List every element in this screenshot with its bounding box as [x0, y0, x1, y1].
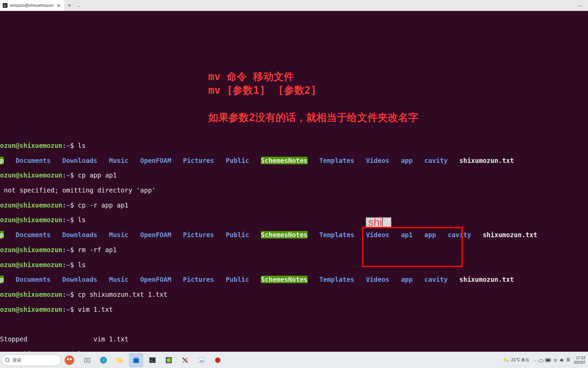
weather-icon [502, 356, 510, 364]
command-rm: rm -rf ap1 [78, 246, 117, 254]
minimize-button[interactable]: — [572, 0, 588, 11]
svg-point-25 [505, 359, 509, 362]
terminal-content[interactable]: ozun@shixuemozun:~$ ls p Documents Downl… [0, 11, 588, 352]
taskbar-search[interactable]: 搜索 [1, 354, 61, 366]
terminal-icon[interactable]: >_ [145, 353, 160, 367]
schemes-notes-dir: SchemesNotes [261, 157, 308, 164]
ime-indicator[interactable]: 英 [566, 357, 570, 363]
image-viewer-icon[interactable] [194, 353, 209, 367]
prompt-user: ozun@shixuemozun [0, 142, 62, 149]
svg-rect-28 [550, 359, 551, 361]
terminal-tab[interactable]: > emozun@shixuemozun: ✕ [0, 0, 64, 11]
octopus-icon[interactable] [62, 353, 77, 367]
annotation-line3: 如果参数2没有的话，就相当于给文件夹改名字 [208, 114, 419, 121]
svg-point-4 [65, 355, 74, 365]
edge-icon[interactable] [96, 353, 111, 367]
command-vim: vim 1.txt [78, 306, 113, 313]
svg-rect-8 [88, 358, 90, 362]
command-ls: ls [78, 142, 86, 149]
svg-rect-7 [84, 358, 86, 362]
tab-close-icon[interactable]: ✕ [57, 3, 61, 8]
svg-point-30 [555, 361, 556, 362]
task-view-icon[interactable] [80, 353, 94, 367]
ime-popup: shi [366, 217, 391, 227]
clock[interactable]: 17:22 2023/2 [574, 356, 585, 365]
volume-icon[interactable] [559, 357, 565, 363]
tab-title: emozun@shixuemozun: [10, 3, 54, 8]
svg-marker-31 [560, 358, 562, 362]
search-icon [5, 358, 10, 363]
svg-point-2 [5, 358, 9, 362]
svg-point-23 [215, 357, 220, 363]
terminal-icon: > [3, 3, 7, 8]
highlight-box [362, 227, 463, 267]
svg-line-3 [9, 361, 10, 362]
cp-error: not specified; omitting directory 'app' [0, 186, 156, 194]
annotation-line2: mv [参数1] [参数2] [208, 87, 317, 94]
taskbar: 搜索 >_ 21°C 多云 ︿ 英 17:22 2023/2 [0, 352, 588, 368]
annotation-line1: mv 命令 移动文件 [208, 73, 294, 80]
svg-point-18 [167, 358, 171, 362]
stopped-msg: Stopped vim 1.txt [0, 335, 129, 343]
store-icon[interactable] [129, 353, 143, 367]
svg-text:>: > [4, 4, 6, 7]
system-tray: 21°C 多云 ︿ 英 17:22 2023/2 [502, 356, 585, 365]
svg-rect-29 [546, 359, 550, 361]
svg-rect-12 [117, 357, 119, 359]
svg-point-5 [67, 358, 69, 360]
svg-text:>_: >_ [150, 359, 154, 362]
x-server-icon[interactable] [178, 353, 192, 367]
txt-file: shixumozun.txt [459, 157, 514, 164]
svg-point-10 [101, 358, 105, 362]
onedrive-icon[interactable] [538, 357, 544, 363]
command-cp: cp app ap1 [78, 171, 117, 179]
svg-point-6 [70, 358, 72, 360]
weather-widget[interactable]: 21°C 多云 [502, 356, 529, 364]
new-tab-button[interactable]: + [64, 0, 75, 11]
app-icon-green[interactable] [162, 353, 176, 367]
wifi-icon[interactable] [553, 357, 558, 363]
battery-icon[interactable] [545, 358, 551, 363]
titlebar: > emozun@shixuemozun: ✕ + ⌄ — [0, 0, 588, 11]
svg-point-26 [539, 359, 543, 362]
tray-chevron-up-icon[interactable]: ︿ [534, 358, 537, 363]
tab-dropdown-icon[interactable]: ⌄ [75, 0, 83, 11]
file-explorer-icon[interactable] [113, 353, 127, 367]
record-icon[interactable] [211, 353, 225, 367]
